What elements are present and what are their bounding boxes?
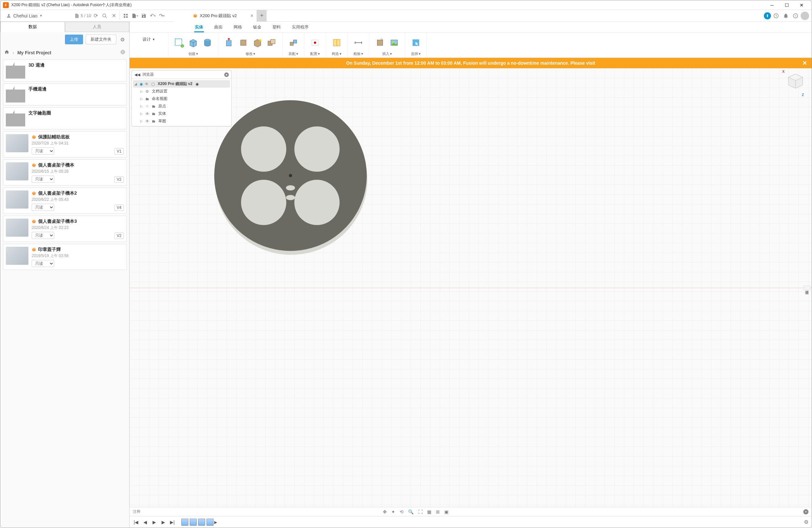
upload-button[interactable]: 上传 [65, 34, 83, 44]
user-menu[interactable]: Chehui Liao ▼ [3, 12, 45, 20]
timeline-prev-button[interactable]: ◀ [142, 519, 148, 525]
group-select[interactable]: 选择 ▾ [411, 52, 421, 56]
view-cube[interactable] [786, 71, 805, 91]
folder-item[interactable]: 文字鑰匙圈 [3, 108, 127, 129]
home-icon[interactable] [4, 49, 9, 56]
canvas[interactable]: ◀◀ 浏览器 ● ◢ ◉ 👁 ▢ X200 Pro 鏡頭貼 v2 ◉ [130, 68, 812, 507]
maximize-button[interactable]: ☐ [779, 0, 794, 10]
timeline-feature[interactable] [181, 519, 188, 526]
access-select[interactable]: 只读 [32, 204, 54, 211]
people-tab[interactable]: 人员 [65, 22, 130, 32]
undo-button[interactable]: ↶▾ [148, 11, 157, 20]
panel-settings-button[interactable]: ⚙ [119, 35, 126, 44]
tree-root[interactable]: ◢ ◉ 👁 ▢ X200 Pro 鏡頭貼 v2 ◉ [133, 80, 230, 88]
document-tab[interactable]: X200 Pro 鏡頭貼 v2 × [173, 10, 257, 22]
redo-button[interactable]: ↷▾ [157, 11, 166, 20]
file-item[interactable]: 個人書桌架子機本3 2020/6/24 上午 02:23 只读 V2 [3, 216, 127, 242]
configure-button[interactable] [309, 37, 321, 49]
data-tab[interactable]: 数据 [0, 22, 65, 32]
timeline-end-button[interactable]: ▶| [169, 519, 175, 525]
file-item[interactable]: 印章蓋子輝 2019/5/19 上午 03:56 只读 [3, 244, 127, 270]
collapse-icon[interactable]: ◀◀ [134, 72, 140, 77]
press-pull-button[interactable] [223, 37, 235, 49]
cylinder-button[interactable] [201, 37, 214, 49]
multi-view-button[interactable]: ▣ [444, 509, 449, 514]
combine-button[interactable] [265, 37, 278, 49]
construct-button[interactable] [331, 37, 343, 49]
workspace-switcher[interactable]: 设计 ▼ [137, 34, 160, 45]
access-select[interactable]: 只读 [32, 232, 54, 239]
group-insert[interactable]: 插入 ▾ [382, 52, 392, 56]
tab-surface[interactable]: 曲面 [214, 23, 223, 32]
clock-button[interactable] [772, 11, 781, 20]
version-select[interactable]: V4 [114, 204, 124, 211]
inspect-button[interactable] [352, 37, 364, 49]
quick-settings-handle[interactable]: 快捷设置 [803, 285, 810, 290]
version-select[interactable]: V2 [114, 176, 124, 183]
file-item[interactable]: 個人書桌架子機本2 2020/6/22 上午 05:43 只读 V4 [3, 187, 127, 214]
timeline-settings-button[interactable]: ⚙ [804, 519, 809, 525]
timeline-feature[interactable] [190, 519, 197, 526]
grid-button[interactable]: ⊞ [436, 509, 440, 514]
close-button[interactable]: ✕ [794, 0, 809, 10]
group-construct[interactable]: 构造 ▾ [332, 52, 342, 56]
file-item[interactable]: 保護貼輔助底板 2020/7/28 上午 04:31 只读 V1 [3, 131, 127, 157]
folder-item[interactable]: 3D 週邊 [3, 59, 127, 82]
look-button[interactable]: ⟲ [400, 509, 404, 514]
extensions-button[interactable]: ⬆ [764, 12, 771, 19]
new-file-button[interactable]: ▾ [130, 11, 139, 20]
grid-button[interactable] [121, 11, 130, 20]
help-button[interactable]: ? [791, 11, 800, 20]
tab-sheet[interactable]: 钣金 [252, 23, 262, 32]
notifications-button[interactable] [781, 11, 791, 20]
group-assemble[interactable]: 装配 ▾ [289, 52, 298, 56]
close-tab-button[interactable]: × [250, 13, 253, 19]
search-button[interactable] [100, 11, 109, 20]
timeline-next-button[interactable]: ▶ [160, 519, 166, 525]
eye-off-icon[interactable]: 👁 [145, 104, 150, 109]
timeline-playhead[interactable]: ▸ [214, 519, 217, 526]
access-select[interactable]: 只读 [32, 175, 54, 183]
select-button[interactable] [410, 37, 422, 49]
box-button[interactable] [187, 37, 199, 49]
zoom-button[interactable]: 🔍 [408, 509, 414, 514]
add-tab-button[interactable]: + [257, 10, 266, 22]
access-select[interactable]: 只读 [32, 260, 54, 267]
timeline-feature[interactable] [206, 519, 214, 526]
tab-util[interactable]: 实用程序 [291, 23, 309, 32]
save-button[interactable] [139, 11, 148, 20]
pan-button[interactable]: ✦ [391, 509, 395, 514]
group-configure[interactable]: 配置 ▾ [310, 52, 320, 56]
sketch-button[interactable]: + [173, 37, 185, 49]
shell-button[interactable] [251, 37, 264, 49]
tab-solid[interactable]: 实体 [194, 23, 204, 32]
display-button[interactable]: ▦ [427, 509, 431, 514]
group-inspect[interactable]: 检验 ▾ [353, 52, 363, 56]
banner-close-button[interactable]: ✕ [802, 59, 807, 67]
refresh-button[interactable]: ⟳ [91, 11, 100, 20]
new-folder-button[interactable]: 新建文件夹 [86, 34, 116, 44]
close-panel-button[interactable]: ✕ [109, 11, 118, 20]
timeline-start-button[interactable]: |◀ [133, 519, 139, 525]
folder-item[interactable]: 手機週邊 [3, 83, 127, 105]
timeline-play-button[interactable]: ▶ [151, 519, 157, 525]
tab-mesh[interactable]: 网格 [233, 23, 243, 32]
group-modify[interactable]: 修改 ▾ [246, 52, 255, 56]
job-count[interactable]: 5 / 10 [74, 13, 91, 18]
version-select[interactable]: V1 [114, 148, 124, 155]
eye-icon[interactable]: 👁 [145, 119, 150, 124]
group-create[interactable]: 创建 ▾ [188, 52, 198, 56]
file-item[interactable]: 個人書桌架子機本 2020/6/15 上午 05:26 只读 V2 [3, 159, 127, 186]
access-select[interactable]: 只读 [32, 147, 54, 155]
add-comment-button[interactable]: + [803, 509, 809, 514]
version-select[interactable]: V2 [114, 232, 124, 239]
share-button[interactable] [120, 49, 125, 56]
breadcrumb-project[interactable]: My First Project [17, 50, 52, 55]
user-avatar[interactable] [801, 12, 809, 20]
eye-icon[interactable]: 👁 [145, 112, 150, 116]
orbit-button[interactable]: ✥ [383, 509, 387, 514]
fillet-button[interactable] [237, 37, 249, 49]
minimize-button[interactable]: ─ [765, 0, 779, 10]
tab-plastic[interactable]: 塑料 [272, 23, 281, 32]
timeline-feature[interactable] [198, 519, 205, 526]
